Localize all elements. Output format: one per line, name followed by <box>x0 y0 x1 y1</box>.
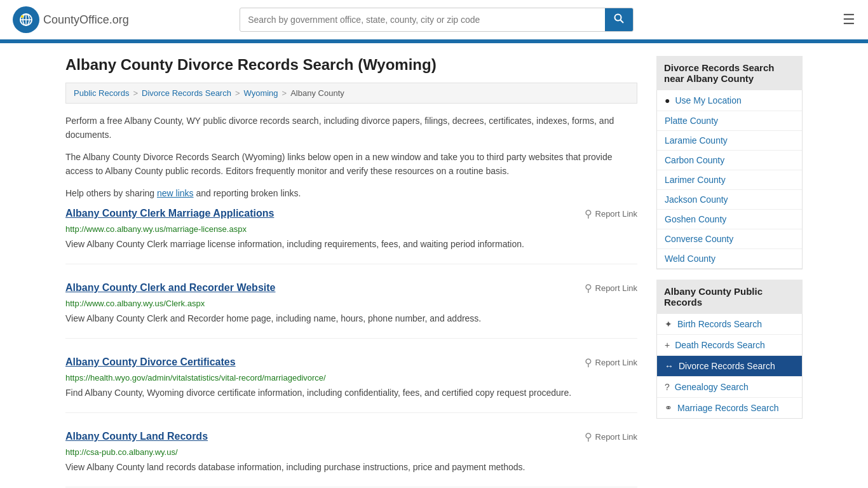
header: CountyOffice.org ☰ <box>0 0 868 41</box>
nearby-county-item: Goshen County <box>657 210 802 229</box>
nearby-county-link-0[interactable]: Platte County <box>665 116 718 126</box>
report-icon-1: ⚲ <box>585 282 592 294</box>
public-record-item[interactable]: ✦ Birth Records Search <box>657 314 802 335</box>
public-record-item[interactable]: ↔ Divorce Records Search <box>657 356 802 377</box>
nearby-list: ● Use My Location Platte CountyLaramie C… <box>656 90 803 269</box>
public-record-item[interactable]: ? Genealogy Search <box>657 377 802 398</box>
report-icon-3: ⚲ <box>585 431 592 443</box>
result-desc-3: View Albany County land records database… <box>65 461 637 474</box>
report-icon-2: ⚲ <box>585 356 592 369</box>
sidebar-record-icon-1: + <box>665 340 670 350</box>
breadcrumb: Public Records > Divorce Records Search … <box>65 83 637 104</box>
result-item: Albany County Divorce Certificates ⚲ Rep… <box>65 356 637 413</box>
main-layout: Albany County Divorce Records Search (Wy… <box>53 43 815 488</box>
sidebar: Divorce Records Search near Albany Count… <box>656 56 803 488</box>
result-header-2: Albany County Divorce Certificates ⚲ Rep… <box>65 356 637 370</box>
nearby-county-item: Platte County <box>657 111 802 131</box>
new-links[interactable]: new links <box>157 188 194 198</box>
result-header-1: Albany County Clerk and Recorder Website… <box>65 282 637 296</box>
svg-point-5 <box>21 15 24 18</box>
report-text-3: Report Link <box>595 432 637 442</box>
breadcrumb-wyoming[interactable]: Wyoming <box>244 88 278 98</box>
description-1: Perform a free Albany County, WY public … <box>65 114 637 142</box>
result-title-2[interactable]: Albany County Divorce Certificates <box>65 356 236 368</box>
nearby-counties: Platte CountyLaramie CountyCarbon County… <box>657 111 802 269</box>
result-item: Albany County Clerk and Recorder Website… <box>65 282 637 339</box>
nearby-county-link-6[interactable]: Converse County <box>665 234 733 244</box>
breadcrumb-divorce-records[interactable]: Divorce Records Search <box>142 88 231 98</box>
breadcrumb-public-records[interactable]: Public Records <box>74 88 129 98</box>
use-location-link[interactable]: Use My Location <box>675 95 741 105</box>
sidebar-record-icon-4: ⚭ <box>665 403 672 413</box>
public-record-link-1[interactable]: Death Records Search <box>675 340 765 350</box>
result-title-0[interactable]: Albany County Clerk Marriage Application… <box>65 208 274 219</box>
content-area: Albany County Divorce Records Search (Wy… <box>65 56 637 488</box>
nearby-header: Divorce Records Search near Albany Count… <box>656 56 803 90</box>
public-records-header: Albany County Public Records <box>656 280 803 314</box>
result-url-2[interactable]: https://health.wyo.gov/admin/vitalstatis… <box>65 373 637 383</box>
result-header-3: Albany County Land Records ⚲ Report Link <box>65 431 637 445</box>
logo[interactable]: CountyOffice.org <box>13 6 129 33</box>
nearby-county-link-4[interactable]: Jackson County <box>665 194 728 205</box>
report-link-0[interactable]: ⚲ Report Link <box>585 208 637 220</box>
nearby-county-item: Carbon County <box>657 151 802 170</box>
result-url-0[interactable]: http://www.co.albany.wy.us/marriage-lice… <box>65 224 637 234</box>
sidebar-record-icon-3: ? <box>665 382 670 392</box>
result-desc-1: View Albany County Clerk and Recorder ho… <box>65 312 637 325</box>
logo-text: CountyOffice.org <box>43 13 129 27</box>
nearby-county-item: Larimer County <box>657 170 802 190</box>
nearby-county-item: Converse County <box>657 229 802 249</box>
public-record-link-0[interactable]: Birth Records Search <box>677 319 762 329</box>
page-title: Albany County Divorce Records Search (Wy… <box>65 56 637 74</box>
sidebar-record-icon-0: ✦ <box>665 319 672 329</box>
public-record-item[interactable]: ⚭ Marriage Records Search <box>657 398 802 418</box>
menu-icon[interactable]: ☰ <box>843 11 855 28</box>
search-bar <box>240 8 634 32</box>
search-button[interactable] <box>605 8 633 31</box>
nearby-section: Divorce Records Search near Albany Count… <box>656 56 803 269</box>
result-title-1[interactable]: Albany County Clerk and Recorder Website <box>65 282 275 294</box>
results-list: Albany County Clerk Marriage Application… <box>65 208 637 487</box>
use-location-row: ● Use My Location <box>657 90 802 111</box>
result-desc-2: Find Albany County, Wyoming divorce cert… <box>65 386 637 400</box>
public-record-link-4[interactable]: Marriage Records Search <box>677 403 779 413</box>
nearby-county-item: Weld County <box>657 249 802 269</box>
search-input[interactable] <box>240 10 605 30</box>
result-desc-0: View Albany County Clerk marriage licens… <box>65 238 637 251</box>
breadcrumb-albany: Albany County <box>290 88 344 98</box>
report-text-2: Report Link <box>595 358 637 367</box>
report-link-1[interactable]: ⚲ Report Link <box>585 282 637 294</box>
public-record-link-2[interactable]: Divorce Records Search <box>679 361 775 371</box>
result-item: Albany County Clerk Marriage Application… <box>65 208 637 264</box>
public-record-link-3[interactable]: Genealogy Search <box>675 382 749 392</box>
svg-point-6 <box>615 15 621 21</box>
result-header-0: Albany County Clerk Marriage Application… <box>65 208 637 222</box>
description-3: Help others by sharing new links and rep… <box>65 186 637 200</box>
nearby-county-link-3[interactable]: Larimer County <box>665 175 726 185</box>
logo-icon <box>13 6 39 33</box>
result-url-1[interactable]: http://www.co.albany.wy.us/Clerk.aspx <box>65 299 637 308</box>
report-link-2[interactable]: ⚲ Report Link <box>585 356 637 369</box>
nearby-county-link-2[interactable]: Carbon County <box>665 155 724 165</box>
public-records-list: ✦ Birth Records Search + Death Records S… <box>656 314 803 419</box>
sidebar-record-icon-2: ↔ <box>665 361 674 371</box>
result-item: Albany County Land Records ⚲ Report Link… <box>65 431 637 487</box>
report-icon-0: ⚲ <box>585 208 592 220</box>
public-records-section: Albany County Public Records ✦ Birth Rec… <box>656 280 803 419</box>
report-text-1: Report Link <box>595 283 637 293</box>
nearby-county-link-1[interactable]: Laramie County <box>665 135 728 146</box>
svg-line-7 <box>621 20 624 24</box>
report-link-3[interactable]: ⚲ Report Link <box>585 431 637 443</box>
description-2: The Albany County Divorce Records Search… <box>65 150 637 179</box>
result-title-3[interactable]: Albany County Land Records <box>65 431 208 442</box>
location-icon: ● <box>665 95 670 105</box>
public-record-item[interactable]: + Death Records Search <box>657 335 802 356</box>
nearby-county-link-7[interactable]: Weld County <box>665 254 715 264</box>
report-text-0: Report Link <box>595 209 637 219</box>
nearby-county-link-5[interactable]: Goshen County <box>665 214 726 224</box>
nearby-county-item: Laramie County <box>657 131 802 151</box>
nearby-county-item: Jackson County <box>657 190 802 210</box>
result-url-3[interactable]: http://csa-pub.co.albany.wy.us/ <box>65 447 637 457</box>
